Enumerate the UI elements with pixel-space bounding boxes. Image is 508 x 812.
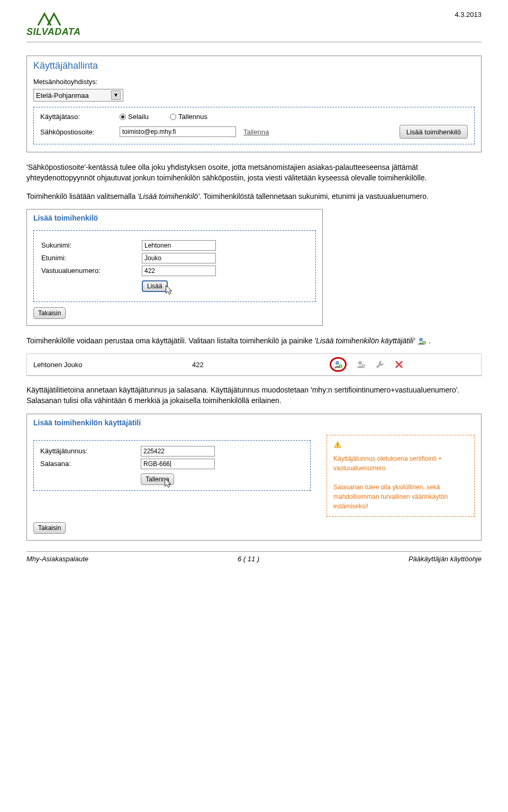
area-input[interactable]: 422 xyxy=(142,266,216,276)
brand-name: SILVADATA xyxy=(26,26,81,38)
svg-point-4 xyxy=(359,361,362,364)
delete-icon[interactable] xyxy=(394,360,404,369)
add-person-form: Sukunimi: Lehtonen Etunimi: Jouko Vastuu… xyxy=(33,230,316,302)
radio-browse[interactable]: Selailu xyxy=(120,113,149,121)
radio-checked-icon xyxy=(120,114,126,120)
brand-logo: SILVADATA xyxy=(26,11,81,38)
password-label: Salasana: xyxy=(40,460,141,468)
user-management-panel: Käyttäjähallinta Metsänhoitoyhdistys: Et… xyxy=(26,56,482,152)
username-input[interactable]: 225422 xyxy=(141,446,215,457)
paragraph-4: Käyttäjätilitietoina annetaan käyttäjätu… xyxy=(26,385,482,406)
paragraph-2: Toimihenkilö lisätään valitsemalla 'Lisä… xyxy=(26,191,482,202)
firstname-label: Etunimi: xyxy=(41,254,142,262)
warning-text-1: Käyttäjätunnus oletuksena sertifiointi +… xyxy=(333,455,442,472)
wrench-icon[interactable] xyxy=(375,360,385,369)
user-level-label: Käyttäjätaso: xyxy=(40,113,120,121)
chevron-down-icon: ▼ xyxy=(111,90,121,100)
user-add-icon xyxy=(417,336,427,346)
add-person-panel: Lisää toimihenkilö Sukunimi: Lehtonen Et… xyxy=(26,209,323,326)
footer-center: 6 ( 11 ) xyxy=(238,555,259,563)
user-add-icon[interactable] xyxy=(333,360,343,369)
document-date: 4.3.2013 xyxy=(455,11,482,19)
radio-browse-label: Selailu xyxy=(128,113,149,121)
row-number: 422 xyxy=(192,361,330,369)
svg-point-0 xyxy=(420,338,423,341)
firstname-input[interactable]: Jouko xyxy=(142,253,216,263)
footer-right: Pääkäyttäjän käyttöohje xyxy=(409,555,482,563)
add-user-account-panel: Lisää toimihenkilön käyttäjätili Käyttäj… xyxy=(26,414,482,541)
warning-box: Käyttäjätunnus oletuksena sertifiointi +… xyxy=(326,435,475,517)
save-link[interactable]: Tallenna xyxy=(243,128,269,136)
email-label: Sähköpostiosoite: xyxy=(40,128,120,136)
account-form: Käyttäjätunnus: 225422 Salasana: RGB-666… xyxy=(33,440,311,491)
cursor-icon xyxy=(164,285,176,296)
user-remove-icon[interactable] xyxy=(356,360,366,369)
radio-unchecked-icon xyxy=(170,114,176,120)
dropdown-value: Etelä-Pohjanmaa xyxy=(36,92,89,99)
mountain-icon xyxy=(37,11,64,26)
paragraph-1: 'Sähköpostiosoite'-kentässä tulee olla j… xyxy=(26,162,482,184)
row-name: Lehtonen Jouko xyxy=(33,361,192,369)
cursor-icon xyxy=(163,478,175,489)
svg-point-2 xyxy=(336,361,339,364)
lastname-label: Sukunimi: xyxy=(41,241,142,249)
svg-rect-7 xyxy=(337,446,338,446)
warning-text-2: Salasanan tulee olla yksilöllinen, sekä … xyxy=(333,483,448,510)
panel-title: Käyttäjähallinta xyxy=(33,60,475,71)
association-dropdown[interactable]: Etelä-Pohjanmaa ▼ xyxy=(33,89,123,102)
panel-title: Lisää toimihenkilö xyxy=(33,214,316,222)
footer-left: Mhy-Asiakaspalaute xyxy=(26,555,88,563)
radio-save-label: Tallennus xyxy=(178,113,207,121)
association-label: Metsänhoitoyhdistys: xyxy=(33,78,113,86)
add-person-button[interactable]: Lisää toimihenkilö xyxy=(400,125,468,139)
password-input[interactable]: RGB-666 xyxy=(141,459,215,469)
page-footer: Mhy-Asiakaspalaute 6 ( 11 ) Pääkäyttäjän… xyxy=(26,551,482,563)
svg-rect-6 xyxy=(337,443,338,445)
circled-add-user xyxy=(330,357,347,372)
area-label: Vastuualuenumero: xyxy=(41,267,142,275)
back-button[interactable]: Takaisin xyxy=(33,522,66,534)
lastname-input[interactable]: Lehtonen xyxy=(142,240,216,251)
panel-title: Lisää toimihenkilön käyttäjätili xyxy=(33,418,475,427)
user-level-section: Käyttäjätaso: Selailu Tallennus xyxy=(33,107,475,144)
email-input[interactable]: toimisto@ep.mhy.fi xyxy=(120,126,236,137)
person-list-row: Lehtonen Jouko 422 xyxy=(26,353,482,376)
warning-icon xyxy=(333,441,342,449)
page-header: SILVADATA 4.3.2013 xyxy=(26,11,482,42)
back-button[interactable]: Takaisin xyxy=(33,307,66,319)
username-label: Käyttäjätunnus: xyxy=(40,447,141,455)
paragraph-3: Toimihenkilölle voidaan perustaa oma käy… xyxy=(26,335,482,346)
radio-save[interactable]: Tallennus xyxy=(170,113,207,121)
